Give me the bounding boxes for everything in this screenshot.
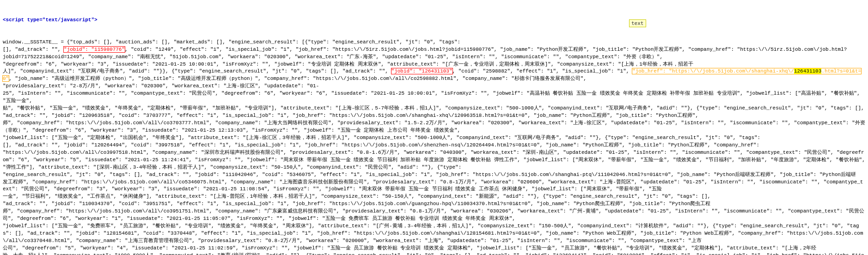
jobid-boxed: "jobid": "115980776"	[64, 47, 125, 52]
script-tag-line: <script type="text/javascript">	[3, 17, 865, 24]
code-content: window.__SSSTATE__ = {"top_ads": [], "au…	[3, 39, 865, 255]
code-viewer: <script type="text/javascript"> window._…	[0, 0, 868, 255]
jobid2-boxed: "jobid": "126431103"	[391, 68, 452, 74]
text-tooltip: text	[629, 19, 646, 27]
